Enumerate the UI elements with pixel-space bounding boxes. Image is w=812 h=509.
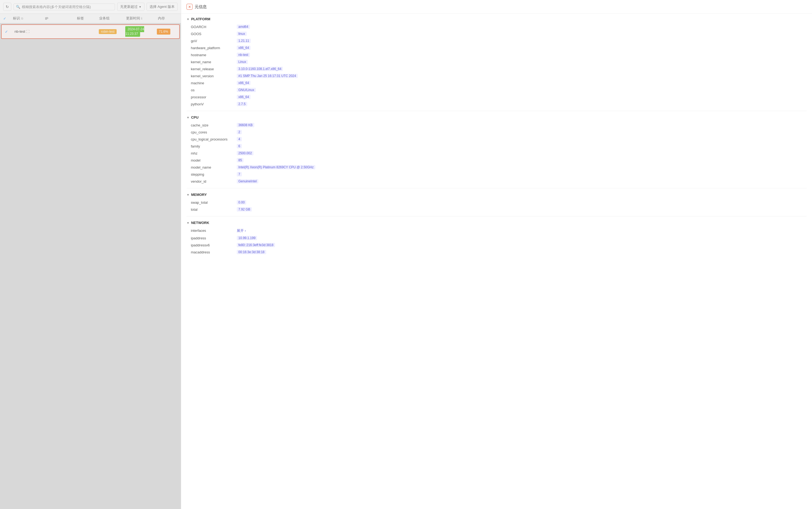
header-tag: 标签 <box>77 16 99 21</box>
search-icon: 🔍 <box>16 5 20 9</box>
info-icon: ℹ <box>141 17 142 20</box>
meta-row: GOARCHamd64 <box>191 23 807 30</box>
meta-key: kernel_version <box>191 74 237 78</box>
meta-row: processorx86_64 <box>191 94 807 101</box>
header-check: ✓ <box>3 16 13 21</box>
meta-header: ✕ 元信息 <box>181 0 812 14</box>
network-section: ▼ NETWORK interfaces展开 ›ipaddress10.99.1… <box>181 217 812 258</box>
meta-value: fe80::216:3eff:fe3d:3818 <box>237 243 275 247</box>
meta-key: cache_size <box>191 123 237 127</box>
meta-value: 10.99.1.199 <box>237 236 257 240</box>
cpu-section-body: cache_size36608 KBcpu_cores2cpu_logical_… <box>181 122 812 187</box>
close-button[interactable]: ✕ <box>187 4 192 10</box>
meta-row: total7.92 GB <box>191 206 807 213</box>
meta-row: kernel_version#1 SMP Thu Jan 25 16:17:31… <box>191 72 807 79</box>
meta-value: 85 <box>237 158 244 162</box>
platform-section-body: GOARCHamd64GOOSlinuxgoV1.21.11hardware_p… <box>181 23 812 110</box>
platform-section: ▼ PLATFORM GOARCHamd64GOOSlinuxgoV1.21.1… <box>181 14 812 110</box>
network-section-header[interactable]: ▼ NETWORK <box>181 217 812 227</box>
meta-key: GOOS <box>191 32 237 36</box>
meta-value: 2500.002 <box>237 151 254 155</box>
meta-value: amd64 <box>237 25 250 29</box>
chevron-icon: ▼ <box>187 221 189 225</box>
header-id: 标识 ⧉ <box>13 16 45 21</box>
table-row[interactable]: ✓ nb-test ⛶ robin-test 2024-07-2411:23:3… <box>1 24 180 39</box>
meta-row: family6 <box>191 143 807 150</box>
meta-row: hardware_platformx86_64 <box>191 44 807 51</box>
chevron-icon: ▼ <box>187 18 189 21</box>
meta-key: stepping <box>191 172 237 176</box>
meta-value: GenuineIntel <box>237 179 258 183</box>
platform-section-header[interactable]: ▼ PLATFORM <box>181 14 812 23</box>
search-input[interactable] <box>22 5 113 9</box>
table-header: ✓ 标识 ⧉ IP 标签 业务组 更新时间 ℹ 内存 <box>0 14 181 23</box>
meta-value: nb-test <box>237 53 250 57</box>
meta-value: 7.92 GB <box>237 207 252 211</box>
header-ip: IP <box>45 16 77 21</box>
platform-section-label: PLATFORM <box>191 17 210 21</box>
meta-value[interactable]: 展开 › <box>237 228 246 233</box>
network-section-label: NETWORK <box>191 221 209 225</box>
memory-section-body: swap_total0.00total7.92 GB <box>181 199 812 215</box>
meta-key: ipaddressv6 <box>191 243 237 247</box>
meta-value: 0.00 <box>237 200 246 205</box>
node-icon: ⛶ <box>26 30 29 34</box>
meta-value: 1.21.11 <box>237 39 251 43</box>
meta-value: 4 <box>237 137 242 141</box>
row-group: robin-test <box>99 29 125 34</box>
meta-key: hardware_platform <box>191 46 237 50</box>
divider-1 <box>187 111 807 111</box>
left-panel: ↻ 🔍 无更新超过 ▼ 选择 Agent 版本 ✓ 标识 ⧉ <box>0 0 181 509</box>
chevron-icon: ▼ <box>187 116 189 119</box>
row-id: nb-test ⛶ <box>14 29 46 34</box>
agent-version-dropdown[interactable]: 选择 Agent 版本 <box>147 3 178 11</box>
meta-key: family <box>191 144 237 148</box>
meta-value: x86_64 <box>237 81 251 85</box>
meta-row: interfaces展开 › <box>191 227 807 235</box>
meta-row: kernel_nameLinux <box>191 58 807 65</box>
meta-row: mhz2500.002 <box>191 150 807 157</box>
header-mem: 内存 <box>158 16 178 21</box>
right-panel: ✕ 元信息 ▼ PLATFORM GOARCHamd64GOOSlinuxgoV… <box>181 0 812 509</box>
meta-key: macaddress <box>191 250 237 254</box>
meta-value: #1 SMP Thu Jan 25 16:17:31 UTC 2024 <box>237 74 298 78</box>
update-filter-dropdown[interactable]: 无更新超过 ▼ <box>117 3 144 11</box>
meta-row: swap_total0.00 <box>191 199 807 206</box>
cpu-section-header[interactable]: ▼ CPU <box>181 112 812 122</box>
meta-value: 00:16:3e:3d:38:18 <box>237 250 266 254</box>
meta-key: cpu_logical_processors <box>191 137 237 141</box>
memory-section: ▼ MEMORY swap_total0.00total7.92 GB <box>181 190 812 215</box>
meta-key: kernel_name <box>191 60 237 64</box>
meta-row: hostnamenb-test <box>191 51 807 58</box>
meta-key: kernel_release <box>191 67 237 71</box>
meta-key: interfaces <box>191 228 237 233</box>
meta-row: cpu_cores2 <box>191 129 807 136</box>
meta-key: hostname <box>191 53 237 57</box>
search-box[interactable]: 🔍 <box>13 3 115 10</box>
meta-key: model <box>191 158 237 162</box>
meta-value: linux <box>237 32 247 36</box>
meta-key: cpu_cores <box>191 130 237 134</box>
meta-value: Linux <box>237 60 248 64</box>
meta-row: model_nameIntel(R) Xeon(R) Platinum 8269… <box>191 164 807 171</box>
meta-key: total <box>191 207 237 211</box>
meta-key: swap_total <box>191 200 237 205</box>
row-time: 2024-07-2411:23:37 <box>125 27 156 36</box>
meta-row: ipaddress10.99.1.199 <box>191 235 807 241</box>
meta-value: 6 <box>237 144 242 148</box>
meta-row: kernel_release3.10.0-1160.108.1.el7.x86_… <box>191 65 807 72</box>
memory-section-header[interactable]: ▼ MEMORY <box>181 190 812 199</box>
meta-row: goV1.21.11 <box>191 37 807 44</box>
chevron-icon: ▼ <box>187 193 189 196</box>
row-check: ✓ <box>5 29 14 34</box>
memory-section-label: MEMORY <box>191 193 207 197</box>
meta-row: pythonV2.7.5 <box>191 101 807 107</box>
toolbar: ↻ 🔍 无更新超过 ▼ 选择 Agent 版本 <box>0 0 181 14</box>
meta-key: machine <box>191 81 237 85</box>
cpu-section-label: CPU <box>191 115 198 120</box>
meta-row: cpu_logical_processors4 <box>191 136 807 143</box>
copy-icon: ⧉ <box>21 17 23 20</box>
divider-3 <box>187 216 807 216</box>
refresh-button[interactable]: ↻ <box>3 3 11 11</box>
chevron-down-icon: ▼ <box>139 5 142 8</box>
